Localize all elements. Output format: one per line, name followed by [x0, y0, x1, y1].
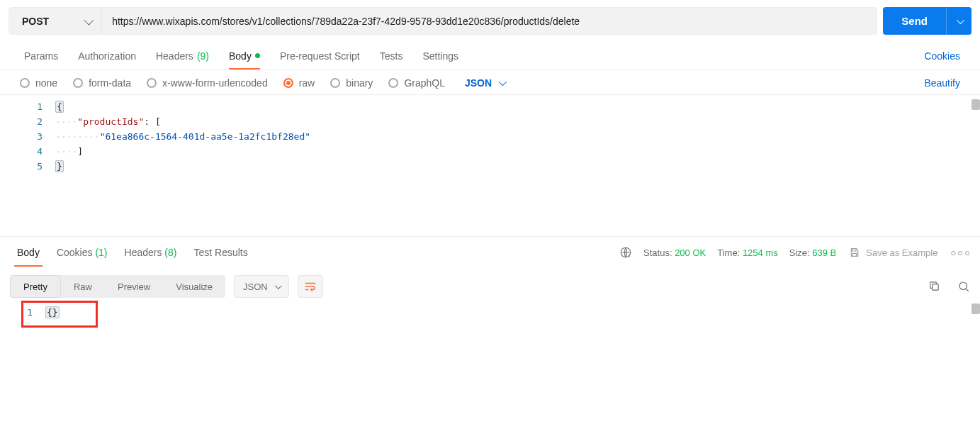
radio-label: raw	[299, 77, 315, 89]
tab-label: Headers	[125, 247, 162, 258]
brace: {	[55, 101, 64, 113]
tab-params[interactable]: Params	[14, 43, 68, 69]
tab-label: Params	[24, 50, 58, 62]
request-bar: POST Send	[0, 0, 980, 42]
body-type-raw[interactable]: raw	[283, 77, 315, 89]
url-input[interactable]	[102, 8, 877, 34]
tab-label: Headers	[156, 50, 193, 62]
meta-label: Status:	[643, 247, 672, 258]
more-options-icon[interactable]: ○○○	[950, 247, 971, 258]
send-dropdown-button[interactable]	[946, 7, 971, 35]
tab-count: (1)	[95, 247, 107, 258]
response-tabs: Body Cookies (1) Headers (8) Test Result…	[0, 237, 980, 268]
body-type-formdata[interactable]: form-data	[73, 77, 131, 89]
radio-icon	[73, 78, 83, 88]
meta-label: Size:	[789, 247, 810, 258]
svg-rect-1	[933, 284, 939, 291]
save-as-example-button[interactable]: Save as Example	[849, 247, 937, 258]
tab-body[interactable]: Body	[219, 43, 270, 69]
request-body-editor[interactable]: 1 2 3 4 5 { ····"productIds": [ ········…	[0, 95, 980, 237]
response-meta: Status: 200 OK Time: 1254 ms Size: 639 B	[619, 246, 836, 259]
line-number: 5	[0, 159, 43, 174]
tab-label: Body	[17, 247, 40, 258]
radio-icon	[330, 78, 340, 88]
line-number: 2	[0, 114, 43, 129]
search-icon[interactable]	[957, 280, 970, 293]
save-label: Save as Example	[866, 247, 937, 258]
http-method-select[interactable]: POST	[9, 8, 102, 34]
view-preview[interactable]: Preview	[105, 275, 163, 298]
indent-guide: ····	[55, 146, 77, 157]
svg-point-2	[959, 282, 967, 290]
tab-label: Settings	[422, 50, 458, 62]
dropdown-value: JSON	[465, 77, 492, 89]
tab-tests[interactable]: Tests	[370, 43, 413, 69]
resp-tab-cookies[interactable]: Cookies (1)	[48, 238, 116, 267]
copy-icon[interactable]	[928, 280, 940, 292]
view-pretty[interactable]: Pretty	[10, 275, 61, 298]
tab-count: (8)	[164, 247, 176, 258]
resp-tab-headers[interactable]: Headers (8)	[116, 238, 186, 267]
body-type-graphql[interactable]: GraphQL	[388, 77, 445, 89]
globe-network-icon[interactable]	[619, 246, 632, 259]
tab-settings[interactable]: Settings	[412, 43, 468, 69]
tab-authorization[interactable]: Authorization	[68, 43, 146, 69]
radio-icon	[388, 78, 398, 88]
cookies-link[interactable]: Cookies	[918, 50, 966, 62]
chevron-down-icon	[499, 78, 507, 86]
line-number: 4	[0, 144, 43, 159]
view-raw[interactable]: Raw	[61, 275, 105, 298]
time-block[interactable]: Time: 1254 ms	[717, 247, 778, 258]
view-visualize[interactable]: Visualize	[163, 275, 225, 298]
response-scrollbar[interactable]	[971, 303, 980, 314]
editor-scrollbar[interactable]	[971, 99, 980, 110]
brace: }	[55, 160, 64, 172]
resp-tab-testresults[interactable]: Test Results	[185, 238, 256, 267]
time-value: 1254 ms	[743, 247, 778, 258]
radio-label: x-www-form-urlencoded	[162, 77, 268, 89]
response-format-dropdown[interactable]: JSON	[234, 275, 289, 298]
line-number: 1	[0, 99, 43, 114]
response-body-area: 1 {}	[0, 305, 980, 383]
word-wrap-button[interactable]	[298, 275, 323, 298]
body-type-binary[interactable]: binary	[330, 77, 373, 89]
raw-format-dropdown[interactable]: JSON	[461, 77, 505, 89]
tab-label: Test Results	[193, 247, 247, 258]
view-mode-segment: Pretty Raw Preview Visualize	[10, 275, 225, 298]
send-button-group: Send	[883, 7, 971, 35]
size-block[interactable]: Size: 639 B	[789, 247, 837, 258]
resp-tab-body[interactable]: Body	[9, 238, 48, 267]
tab-label: Authorization	[78, 50, 136, 62]
body-type-xwww[interactable]: x-www-form-urlencoded	[147, 77, 268, 89]
send-button[interactable]: Send	[883, 7, 946, 35]
punctuation: ]	[77, 146, 83, 157]
indent-guide: ····	[55, 116, 77, 127]
beautify-link[interactable]: Beautify	[918, 77, 966, 89]
status-block[interactable]: Status: 200 OK	[643, 247, 706, 258]
annotation-highlight-box	[21, 301, 98, 328]
save-icon	[849, 247, 860, 258]
response-view-controls: Pretty Raw Preview Visualize JSON	[0, 268, 980, 305]
tab-label: Pre-request Script	[280, 50, 360, 62]
editor-content[interactable]: { ····"productIds": [ ········"61ea866c-…	[55, 99, 980, 236]
radio-icon	[20, 78, 30, 88]
indent-guide: ········	[55, 131, 100, 142]
radio-label: none	[35, 77, 57, 89]
radio-label: binary	[346, 77, 373, 89]
tab-count: (9)	[197, 50, 209, 62]
tab-headers[interactable]: Headers (9)	[146, 43, 219, 69]
method-url-group: POST	[9, 7, 877, 35]
tab-label: Cookies	[57, 247, 93, 258]
punctuation: : [	[144, 116, 160, 127]
status-value: 200 OK	[675, 247, 706, 258]
size-value: 639 B	[812, 247, 836, 258]
tab-label: Tests	[380, 50, 403, 62]
body-type-row: none form-data x-www-form-urlencoded raw…	[0, 70, 980, 95]
tab-prerequest[interactable]: Pre-request Script	[270, 43, 370, 69]
response-icons	[928, 280, 970, 293]
radio-icon	[283, 78, 293, 88]
request-tabs: Params Authorization Headers (9) Body Pr…	[0, 42, 980, 70]
body-type-none[interactable]: none	[20, 77, 57, 89]
chevron-down-icon	[956, 16, 964, 23]
chevron-down-icon	[275, 282, 282, 289]
